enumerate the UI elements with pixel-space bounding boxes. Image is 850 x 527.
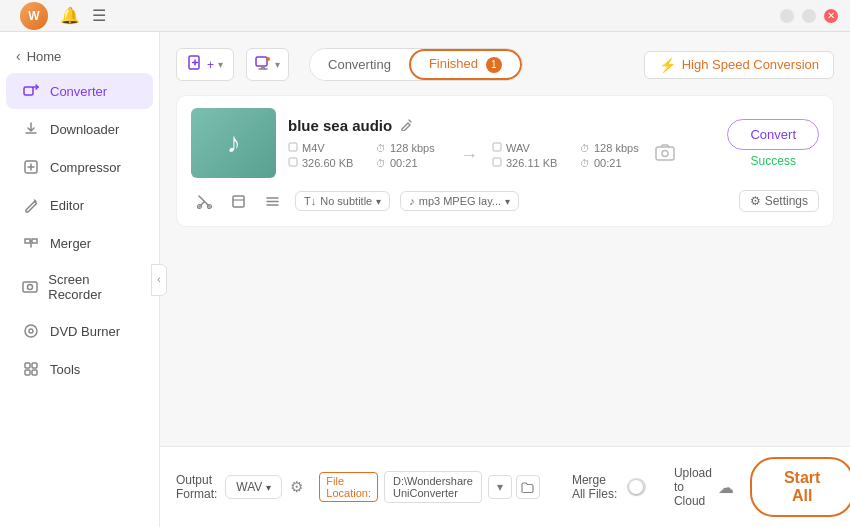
format-settings-icon[interactable]: ⚙ xyxy=(290,478,303,496)
edit-filename-icon[interactable] xyxy=(400,117,414,134)
menu-icon[interactable] xyxy=(259,188,285,214)
svg-rect-16 xyxy=(289,158,297,166)
finished-badge: 1 xyxy=(486,57,502,73)
editor-icon xyxy=(22,196,40,214)
file-name: blue sea audio xyxy=(288,117,392,134)
action-icons xyxy=(191,188,285,214)
speed-label: High Speed Conversion xyxy=(682,57,819,72)
titlebar-icons: W 🔔 ☰ xyxy=(20,2,106,30)
location-path: D:\Wondershare UniConverter xyxy=(384,471,482,503)
add-dropdown-icon: ▾ xyxy=(218,59,223,70)
tab-converting[interactable]: Converting xyxy=(310,49,409,80)
target-size: 326.11 KB xyxy=(506,157,557,169)
sidebar-collapse-button[interactable]: ‹ xyxy=(151,264,167,296)
source-size: 326.60 KB xyxy=(302,157,353,169)
upload-cloud-label: Upload to Cloud xyxy=(674,466,712,508)
maximize-button[interactable]: □ xyxy=(802,9,816,23)
sidebar-item-label: Converter xyxy=(50,84,107,99)
file-card-top: ♪ blue sea audio xyxy=(191,108,819,178)
source-meta-2: ⏱ 128 kbps ⏱ 00:21 xyxy=(376,142,446,169)
merge-files-label: Merge All Files: xyxy=(572,473,619,501)
svg-rect-8 xyxy=(32,363,37,368)
file-card-bottom: T↓ No subtitle ▾ ♪ mp3 MPEG lay... ▾ ⚙ S… xyxy=(191,188,819,214)
add-file-label: + xyxy=(207,58,214,72)
target-size-icon xyxy=(492,157,502,169)
source-bitrate-row: ⏱ 128 kbps xyxy=(376,142,446,154)
output-format: Output Format: WAV ▾ ⚙ xyxy=(176,473,303,501)
merge-files-toggle[interactable] xyxy=(627,478,646,496)
sidebar-item-label: Downloader xyxy=(50,122,119,137)
convert-button[interactable]: Convert xyxy=(727,119,819,150)
sidebar-item-label: Compressor xyxy=(50,160,121,175)
thumbnail-icon: ♪ xyxy=(227,127,241,159)
audio-select[interactable]: ♪ mp3 MPEG lay... ▾ xyxy=(400,191,519,211)
sidebar-item-merger[interactable]: Merger xyxy=(6,225,153,261)
target-meta-2: ⏱ 128 kbps ⏱ 00:21 xyxy=(580,142,640,169)
svg-point-5 xyxy=(25,325,37,337)
target-duration-row: ⏱ 00:21 xyxy=(580,157,640,169)
cut-icon[interactable] xyxy=(191,188,217,214)
sidebar-item-tools[interactable]: Tools xyxy=(6,351,153,387)
settings-button[interactable]: ⚙ Settings xyxy=(739,190,819,212)
sidebar-back-label: Home xyxy=(27,49,62,64)
sidebar-item-converter[interactable]: Converter xyxy=(6,73,153,109)
target-duration: 00:21 xyxy=(594,157,622,169)
add-file-button[interactable]: + ▾ xyxy=(176,48,234,81)
source-size-icon xyxy=(288,157,298,169)
source-format-icon xyxy=(288,142,298,154)
merge-files: Merge All Files: xyxy=(572,473,646,501)
close-button[interactable]: ✕ xyxy=(824,9,838,23)
target-format-icon xyxy=(492,142,502,154)
cloud-icon[interactable]: ☁ xyxy=(718,478,734,497)
user-avatar[interactable]: W xyxy=(20,2,48,30)
svg-rect-3 xyxy=(23,282,37,292)
bottom-bar: Output Format: WAV ▾ ⚙ File Location: D:… xyxy=(160,446,850,527)
back-arrow-icon: ‹ xyxy=(16,48,21,64)
sidebar-item-label: Editor xyxy=(50,198,84,213)
screen-icon xyxy=(255,55,271,74)
file-info: blue sea audio M4V xyxy=(288,117,715,169)
file-title-row: blue sea audio xyxy=(288,117,715,134)
bell-icon[interactable]: 🔔 xyxy=(60,6,80,25)
location-dropdown-button[interactable]: ▾ xyxy=(488,475,512,499)
compressor-icon xyxy=(22,158,40,176)
sidebar-back[interactable]: ‹ Home xyxy=(0,40,159,72)
audio-icon: ♪ xyxy=(409,195,415,207)
sidebar-item-screen-recorder[interactable]: Screen Recorder xyxy=(6,263,153,311)
target-format: WAV xyxy=(506,142,530,154)
high-speed-conversion-button[interactable]: ⚡ High Speed Conversion xyxy=(644,51,834,79)
audio-dropdown-icon: ▾ xyxy=(505,196,510,207)
svg-point-13 xyxy=(266,57,270,61)
svg-rect-12 xyxy=(256,57,267,66)
svg-rect-18 xyxy=(493,158,501,166)
subtitle-select[interactable]: T↓ No subtitle ▾ xyxy=(295,191,390,211)
start-all-button[interactable]: Start All xyxy=(750,457,850,517)
source-meta: M4V 326.60 KB xyxy=(288,142,368,169)
svg-rect-17 xyxy=(493,143,501,151)
downloader-icon xyxy=(22,120,40,138)
settings-icon: ⚙ xyxy=(750,194,761,208)
crop-icon[interactable] xyxy=(225,188,251,214)
source-size-row: 326.60 KB xyxy=(288,157,368,169)
source-duration-row: ⏱ 00:21 xyxy=(376,157,446,169)
convert-btn-area: Convert Success xyxy=(727,119,819,168)
top-bar: + ▾ ▾ Converting Finished 1 ⚡ xyxy=(176,48,834,81)
file-thumbnail: ♪ xyxy=(191,108,276,178)
screen-record-button[interactable]: ▾ xyxy=(246,48,289,81)
audio-label: mp3 MPEG lay... xyxy=(419,195,501,207)
toggle-knob xyxy=(629,480,643,494)
sidebar-item-compressor[interactable]: Compressor xyxy=(6,149,153,185)
sidebar-item-dvd-burner[interactable]: DVD Burner xyxy=(6,313,153,349)
location-folder-button[interactable] xyxy=(516,475,540,499)
minimize-button[interactable]: − xyxy=(780,9,794,23)
location-icons: ▾ xyxy=(488,475,540,499)
format-select[interactable]: WAV ▾ xyxy=(225,475,282,499)
upload-cloud: Upload to Cloud ☁ xyxy=(674,466,734,508)
sidebar-item-downloader[interactable]: Downloader xyxy=(6,111,153,147)
menu-icon[interactable]: ☰ xyxy=(92,6,106,25)
sidebar-item-editor[interactable]: Editor xyxy=(6,187,153,223)
snapshot-icon[interactable] xyxy=(654,142,676,169)
target-bitrate-row: ⏱ 128 kbps xyxy=(580,142,640,154)
subtitle-dropdown-icon: ▾ xyxy=(376,196,381,207)
tab-finished[interactable]: Finished 1 xyxy=(409,49,522,80)
